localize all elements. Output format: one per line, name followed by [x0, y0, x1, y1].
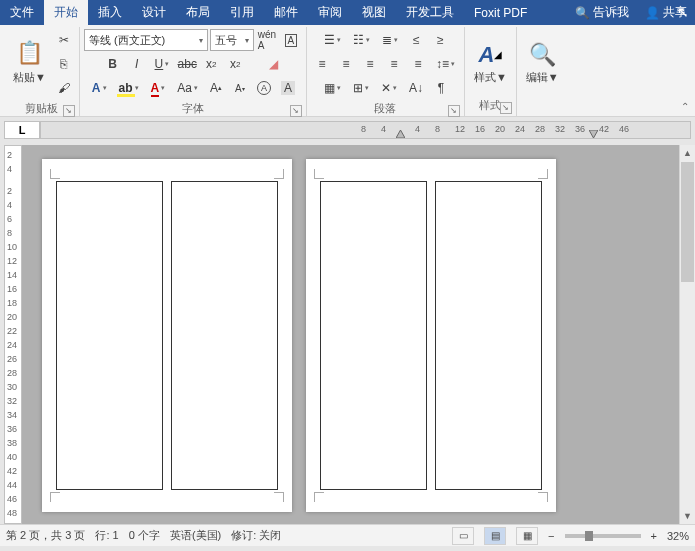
numbering-button[interactable]: ☷▾: [348, 29, 375, 51]
status-pages[interactable]: 第 2 页，共 3 页: [6, 528, 85, 543]
editing-button[interactable]: 🔍 编辑▼: [521, 29, 564, 95]
collapse-ribbon-button[interactable]: ⌃: [681, 101, 689, 112]
paste-icon: 📋: [16, 40, 43, 70]
zoom-in-button[interactable]: +: [651, 530, 657, 542]
align-right-button[interactable]: ≡: [359, 53, 381, 75]
distributed-button[interactable]: ≡: [407, 53, 429, 75]
tab-file[interactable]: 文件: [0, 0, 44, 25]
tab-layout[interactable]: 布局: [176, 0, 220, 25]
group-paragraph: ☰▾ ☷▾ ≣▾ ≤ ≥ ≡ ≡ ≡ ≡ ≡ ↕≡▾ ▦▾ ⊞▾ ✕: [307, 27, 465, 116]
page-1[interactable]: [42, 159, 292, 512]
subscript-button[interactable]: x2: [200, 53, 222, 75]
scroll-up-button[interactable]: ▲: [680, 145, 695, 161]
tell-me-button[interactable]: 🔍告诉我: [567, 4, 637, 21]
status-words[interactable]: 0 个字: [129, 528, 160, 543]
group-clipboard-label: 剪贴板: [25, 102, 58, 114]
enclose-char-button[interactable]: A: [253, 77, 275, 99]
zoom-level[interactable]: 32%: [667, 530, 689, 542]
read-mode-button[interactable]: ▭: [452, 527, 474, 545]
shading-button[interactable]: ▦▾: [319, 77, 346, 99]
tab-mailings[interactable]: 邮件: [264, 0, 308, 25]
indent-marker[interactable]: [396, 130, 405, 138]
right-indent-marker[interactable]: [589, 130, 598, 138]
font-color-button[interactable]: A▾: [146, 77, 171, 99]
align-left-button[interactable]: ≡: [311, 53, 333, 75]
tab-foxit[interactable]: Foxit PDF: [464, 0, 537, 25]
tab-references[interactable]: 引用: [220, 0, 264, 25]
tab-developer[interactable]: 开发工具: [396, 0, 464, 25]
char-shading-button[interactable]: A: [277, 77, 299, 99]
tab-review[interactable]: 审阅: [308, 0, 352, 25]
underline-button[interactable]: U▾: [150, 53, 175, 75]
phonetic-guide-button[interactable]: wénA: [256, 29, 278, 51]
bullets-icon: ☰: [324, 33, 335, 47]
vertical-scrollbar[interactable]: ▲ ▼: [679, 145, 695, 524]
zoom-slider[interactable]: [565, 534, 641, 538]
copy-button[interactable]: ⎘: [53, 53, 75, 75]
share-icon: 👤: [645, 6, 660, 20]
status-language[interactable]: 英语(美国): [170, 528, 221, 543]
sort-button[interactable]: A↓: [404, 77, 428, 99]
group-font: 等线 (西文正文)▾ 五号▾ wénA A B I U▾ abc x2 x2 ◢…: [80, 27, 307, 116]
justify-button[interactable]: ≡: [383, 53, 405, 75]
border-icon: ⊞: [353, 81, 363, 95]
cut-button[interactable]: ✂: [53, 29, 75, 51]
ruler-area: L 8 4 4 8 12 16 20 24 28 32 36 42 46: [0, 117, 695, 145]
asian-layout-button[interactable]: ✕▾: [376, 77, 402, 99]
column-box: [56, 181, 163, 490]
show-marks-button[interactable]: ¶: [430, 77, 452, 99]
column-box: [320, 181, 427, 490]
page-2[interactable]: [306, 159, 556, 512]
ruler-vertical[interactable]: 2 4 2 4 6 8 10 12 14 16 18 20 22 24 26 2…: [4, 145, 22, 524]
decrease-indent-button[interactable]: ≤: [405, 29, 427, 51]
strikethrough-button[interactable]: abc: [176, 53, 198, 75]
char-border-button[interactable]: A: [280, 29, 302, 51]
font-launcher[interactable]: ↘: [290, 105, 302, 117]
clear-formatting-button[interactable]: ◢: [262, 53, 284, 75]
numbering-icon: ☷: [353, 33, 364, 47]
print-layout-button[interactable]: ▤: [484, 527, 506, 545]
scroll-thumb[interactable]: [681, 162, 694, 282]
superscript-button[interactable]: x2: [224, 53, 246, 75]
status-track[interactable]: 修订: 关闭: [231, 528, 281, 543]
ruler-corner[interactable]: L: [4, 121, 40, 139]
group-editing: 🔍 编辑▼: [517, 27, 568, 116]
document-canvas[interactable]: [22, 145, 679, 524]
line-spacing-button[interactable]: ↕≡▾: [431, 53, 460, 75]
paragraph-launcher[interactable]: ↘: [448, 105, 460, 117]
format-painter-button[interactable]: 🖌: [53, 77, 75, 99]
multilevel-button[interactable]: ≣▾: [377, 29, 403, 51]
paste-button[interactable]: 📋 粘贴▼: [8, 29, 51, 95]
tab-view[interactable]: 视图: [352, 0, 396, 25]
change-case-button[interactable]: Aa▾: [172, 77, 203, 99]
scissors-icon: ✂: [59, 33, 69, 47]
clipboard-launcher[interactable]: ↘: [63, 105, 75, 117]
multilevel-icon: ≣: [382, 33, 392, 47]
borders-button[interactable]: ⊞▾: [348, 77, 374, 99]
bullets-button[interactable]: ☰▾: [319, 29, 346, 51]
font-size-select[interactable]: 五号▾: [210, 29, 254, 51]
group-styles-label: 样式: [479, 99, 501, 111]
ruler-horizontal[interactable]: 8 4 4 8 12 16 20 24 28 32 36 42 46: [40, 121, 691, 139]
zoom-out-button[interactable]: −: [548, 530, 554, 542]
tab-insert[interactable]: 插入: [88, 0, 132, 25]
tab-design[interactable]: 设计: [132, 0, 176, 25]
web-layout-button[interactable]: ▦: [516, 527, 538, 545]
bold-button[interactable]: B: [102, 53, 124, 75]
text-effects-button[interactable]: A▾: [87, 77, 112, 99]
align-center-button[interactable]: ≡: [335, 53, 357, 75]
grow-font-button[interactable]: A▴: [205, 77, 227, 99]
scroll-down-button[interactable]: ▼: [680, 508, 695, 524]
group-font-label: 字体: [182, 102, 204, 114]
increase-indent-button[interactable]: ≥: [429, 29, 451, 51]
zoom-thumb[interactable]: [585, 531, 593, 541]
highlight-button[interactable]: ab▾: [114, 77, 144, 99]
tab-home[interactable]: 开始: [44, 0, 88, 25]
styles-launcher[interactable]: ↘: [500, 102, 512, 114]
shrink-font-button[interactable]: A▾: [229, 77, 251, 99]
column-box: [435, 181, 542, 490]
font-family-select[interactable]: 等线 (西文正文)▾: [84, 29, 208, 51]
italic-button[interactable]: I: [126, 53, 148, 75]
styles-button[interactable]: A◢ 样式▼: [469, 29, 512, 95]
status-line[interactable]: 行: 1: [95, 528, 118, 543]
